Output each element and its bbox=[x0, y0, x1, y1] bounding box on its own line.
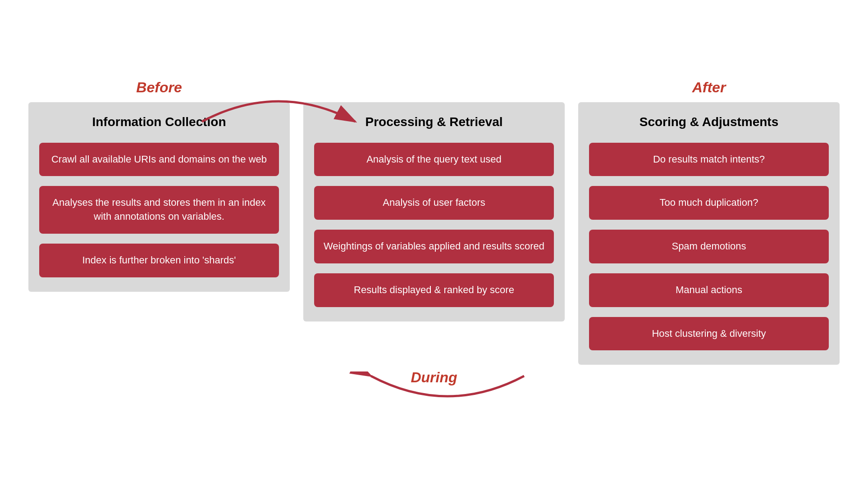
scoring-adjustments-title: Scoring & Adjustments bbox=[589, 115, 829, 129]
column-scoring-adjustments: After Scoring & Adjustments Do results m… bbox=[578, 79, 840, 365]
item-index: Index is further broken into 'shards' bbox=[39, 244, 279, 277]
item-spam: Spam demotions bbox=[589, 230, 829, 263]
item-user-factors: Analysis of user factors bbox=[314, 186, 554, 220]
after-label: After bbox=[692, 79, 726, 96]
processing-retrieval-title: Processing & Retrieval bbox=[314, 115, 554, 129]
item-match-intents: Do results match intents? bbox=[589, 143, 829, 177]
item-analyses: Analyses the results and stores them in … bbox=[39, 186, 279, 234]
bottom-col-center: During bbox=[303, 369, 565, 386]
processing-retrieval-box: Processing & Retrieval Analysis of the q… bbox=[303, 102, 565, 322]
column-processing-retrieval: During Processing & Retrieval Analysis o… bbox=[303, 79, 565, 322]
during-label: During bbox=[303, 369, 565, 386]
item-crawl: Crawl all available URIs and domains on … bbox=[39, 143, 279, 177]
information-collection-box: Information Collection Crawl all availab… bbox=[28, 102, 290, 292]
item-manual-actions: Manual actions bbox=[589, 273, 829, 307]
bottom-row: During bbox=[28, 369, 840, 414]
item-duplication: Too much duplication? bbox=[589, 186, 829, 220]
item-host-clustering: Host clustering & diversity bbox=[589, 317, 829, 351]
before-label: Before bbox=[136, 79, 182, 96]
item-query-analysis: Analysis of the query text used bbox=[314, 143, 554, 177]
item-results-displayed: Results displayed & ranked by score bbox=[314, 273, 554, 307]
column-information-collection: Before Information Collection Crawl all … bbox=[28, 79, 290, 292]
information-collection-title: Information Collection bbox=[39, 115, 279, 129]
scoring-adjustments-box: Scoring & Adjustments Do results match i… bbox=[578, 102, 840, 365]
diagram-wrapper: Before Information Collection Crawl all … bbox=[28, 66, 840, 415]
columns-row: Before Information Collection Crawl all … bbox=[28, 79, 840, 365]
item-weightings: Weightings of variables applied and resu… bbox=[314, 230, 554, 263]
